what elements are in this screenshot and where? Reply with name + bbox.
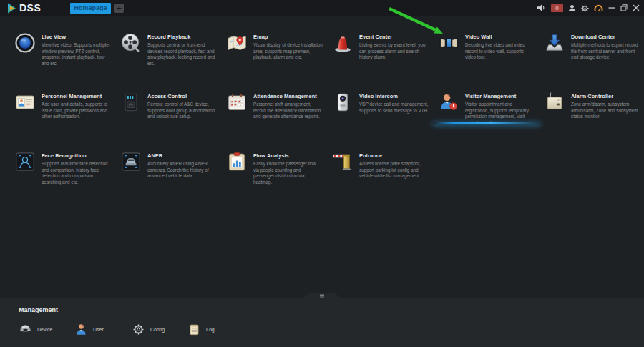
management-item-config[interactable]: Config	[132, 323, 165, 336]
dss-triangle-logo-icon	[6, 2, 17, 14]
module-desc: Zone arm/disarm, subsystem arm/disarm, Z…	[571, 102, 640, 120]
app-logo: DSS	[6, 1, 41, 14]
module-title: Face Recognition	[42, 152, 111, 159]
module-desc: Supports real-time face detection and co…	[42, 161, 111, 185]
module-title: Attendance Management	[253, 93, 323, 99]
clipboard-chart-icon	[226, 151, 248, 172]
module-desc: Listing events by event level, you can p…	[359, 42, 429, 61]
management-item-log[interactable]: Log	[187, 323, 215, 336]
module-title: Download Center	[571, 34, 640, 40]
module-tile-face-recognition[interactable]: Face Recognition Supports real-time face…	[14, 151, 116, 195]
speaker-icon[interactable]	[537, 4, 546, 12]
module-tile-live-view[interactable]: Live View View live video. Supports mult…	[14, 32, 116, 77]
module-desc: Supports central or front-end devices re…	[147, 42, 217, 67]
module-title: Personnel Management	[42, 93, 111, 99]
add-tab-button[interactable]: +	[114, 4, 124, 13]
module-desc: Visual display of device installation ar…	[253, 42, 323, 61]
video-wall-icon	[438, 32, 459, 54]
management-item-label: User	[93, 327, 104, 332]
module-desc: Remote control of A&C device, supports d…	[147, 102, 217, 120]
management-item-label: Config	[150, 327, 165, 332]
module-tile-alarm-controller[interactable]: Alarm Controller Zone arm/disarm, subsys…	[544, 92, 644, 136]
module-title: Video Wall	[465, 34, 535, 40]
module-tile-entrance[interactable]: Entrance Access license plate snapshot, …	[332, 151, 434, 195]
module-tile-event-center[interactable]: Event Center Listing events by event lev…	[332, 32, 434, 77]
drag-handle-icon	[319, 294, 325, 298]
module-tile-record-playback[interactable]: Record Playback Supports central or fron…	[120, 32, 222, 77]
module-desc: View live video. Supports multiple-windo…	[42, 42, 111, 67]
module-desc: Accurately ANPR using ANPR cameras, Sear…	[147, 161, 217, 180]
module-tile-download-center[interactable]: Download Center Multiple methods to expo…	[544, 32, 644, 77]
module-desc: Personnel shift arrangement, record the …	[253, 102, 323, 120]
parking-barrier-icon	[332, 151, 353, 172]
module-title: Flow Analysis	[253, 152, 323, 159]
alarm-box-icon	[544, 92, 565, 113]
module-tile-video-intercom[interactable]: Video Intercom VDP device call and manag…	[332, 92, 434, 136]
face-scan-icon	[14, 151, 36, 172]
module-tile-flow-analysis[interactable]: Flow Analysis Easily know the passenger …	[226, 151, 328, 195]
alarm-count-badge[interactable]: 0	[551, 4, 563, 12]
download-tray-icon	[544, 32, 565, 54]
restore-icon[interactable]	[620, 4, 628, 11]
plate-camera-icon	[120, 151, 142, 172]
alarm-siren-icon	[332, 32, 353, 54]
module-desc: Decoding live video and video record to …	[465, 42, 535, 61]
settings-gear-icon[interactable]	[581, 4, 589, 12]
module-desc: VDP device call and management, supports…	[359, 102, 429, 114]
module-tile-video-wall[interactable]: Video Wall Decoding live video and video…	[438, 32, 540, 77]
minimize-icon[interactable]	[608, 4, 615, 11]
module-title: ANPR	[147, 152, 217, 159]
film-reel-icon	[120, 32, 142, 54]
module-title: Record Playback	[147, 34, 217, 40]
close-icon[interactable]	[633, 4, 640, 11]
module-tile-access-control[interactable]: Access Control Remote control of A&C dev…	[120, 92, 222, 136]
management-item-label: Log	[206, 327, 215, 332]
module-title: Access Control	[147, 93, 217, 99]
module-title: Entrance	[359, 152, 429, 159]
management-item-device[interactable]: Device	[19, 323, 52, 336]
access-reader-icon	[120, 92, 142, 113]
user-icon[interactable]	[568, 4, 576, 12]
tab-homepage[interactable]: Homepage	[70, 3, 111, 14]
logo-text: DSS	[19, 2, 41, 14]
module-desc: Multiple methods to export record file f…	[571, 42, 640, 61]
module-tile-visitor-management[interactable]: Visitor Management Visitor appointment a…	[438, 92, 540, 136]
module-desc: Access license plate snapshot, support p…	[359, 161, 429, 180]
calendar-checks-icon	[226, 92, 248, 113]
door-station-icon	[332, 92, 353, 113]
module-tile-anpr[interactable]: ANPR Accurately ANPR using ANPR cameras,…	[120, 151, 222, 195]
camera-lens-icon	[14, 32, 36, 54]
module-title: Live View	[42, 34, 111, 40]
module-title: Visitor Management	[465, 93, 535, 99]
management-item-label: Device	[37, 327, 52, 332]
module-title: Event Center	[359, 34, 429, 40]
net-gauge-icon[interactable]	[594, 4, 603, 12]
module-desc: Visitor appointment and registration, su…	[465, 102, 535, 126]
log-notebook-icon	[187, 323, 201, 336]
module-title: Video Intercom	[359, 93, 429, 99]
management-label: Management	[19, 306, 58, 313]
module-tile-emap[interactable]: Emap Visual display of device installati…	[226, 32, 328, 77]
visitor-clock-icon	[438, 92, 459, 113]
map-pin-icon	[226, 32, 248, 54]
module-tile-personnel-management[interactable]: Personnel Management Add user and detail…	[14, 92, 116, 136]
module-desc: Easily know the passenger flow via peopl…	[253, 161, 323, 185]
config-gear-icon	[132, 323, 145, 336]
user-person-icon	[74, 323, 88, 336]
panel-toggle-handle[interactable]	[303, 293, 341, 298]
management-item-user[interactable]: User	[74, 323, 104, 336]
module-title: Emap	[253, 34, 323, 40]
titlebar: DSS Homepage + 0	[0, 0, 644, 16]
module-tile-attendance-management[interactable]: Attendance Management Personnel shift ar…	[226, 92, 328, 136]
module-desc: Add user and details, supports to issue …	[42, 102, 111, 120]
management-panel: Management Device User Config Log	[0, 298, 644, 347]
id-card-icon	[14, 92, 36, 113]
dome-camera-icon	[19, 323, 32, 336]
module-title: Alarm Controller	[571, 93, 640, 99]
